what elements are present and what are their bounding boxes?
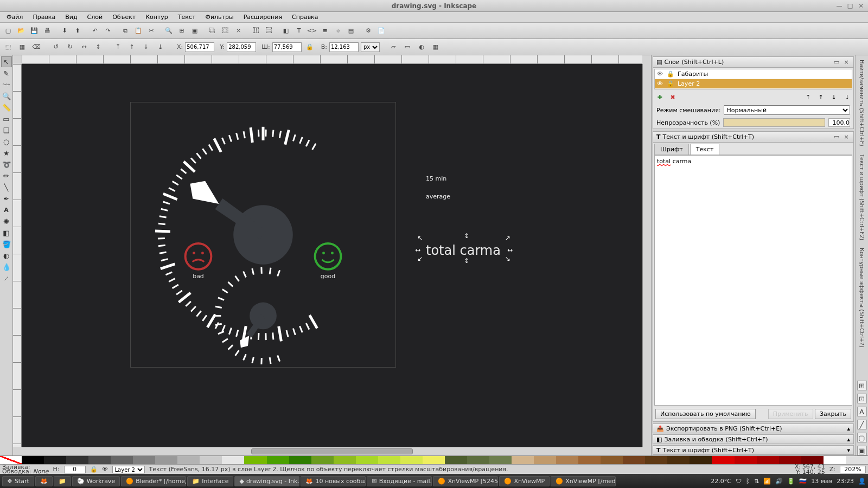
apply-button[interactable]: Применить	[768, 409, 813, 419]
open-icon[interactable]: 📂	[15, 25, 27, 37]
canvas-viewport[interactable]: bad good 15 minaverage	[22, 64, 642, 447]
taskbar-workrave[interactable]: 🐑 Workrave	[72, 476, 120, 486]
layer-row[interactable]: 👁 🔒 Layer 2	[655, 79, 852, 89]
snap-page-icon[interactable]: ▣	[857, 446, 867, 455]
color-swatch[interactable]	[489, 456, 512, 464]
fill-tool-icon[interactable]: 🪣	[1, 239, 12, 249]
affect-gradient-icon[interactable]: ◐	[416, 41, 427, 53]
tray-date[interactable]: 13 мая	[811, 478, 832, 485]
window-close-button[interactable]: ×	[857, 2, 865, 10]
collapsed-text-panel[interactable]: T Текст и шрифт (Shift+Ctrl+T)▾	[653, 445, 854, 455]
panel-min-icon[interactable]: ▭	[833, 133, 840, 141]
zoom-tool-icon[interactable]: 🔍	[1, 91, 12, 101]
snap-text-icon[interactable]: A	[857, 407, 867, 416]
color-swatch[interactable]	[311, 456, 334, 464]
select-all-layers-icon[interactable]: ▦	[16, 41, 28, 53]
gradient-tool-icon[interactable]: ◐	[1, 250, 12, 261]
taskbar-item[interactable]: 🟠 XnViewMP	[499, 476, 550, 486]
copy-icon[interactable]: ⧉	[119, 25, 131, 37]
eye-icon[interactable]: 👁	[656, 80, 663, 87]
cut-icon[interactable]: ✂	[145, 25, 157, 37]
menu-layer[interactable]: Слой	[83, 12, 107, 22]
color-swatch[interactable]	[267, 456, 289, 464]
tray-battery-icon[interactable]: 🔋	[787, 478, 795, 485]
color-swatch[interactable]	[712, 456, 734, 464]
layer-down-icon[interactable]: ↓	[829, 93, 838, 101]
ellipse-tool-icon[interactable]: ○	[1, 136, 12, 147]
fill-dialog-icon[interactable]: ◧	[280, 25, 292, 37]
n-input[interactable]	[64, 466, 86, 473]
raise-icon[interactable]: ↑	[126, 41, 138, 53]
taskbar-firefox[interactable]: 🦊	[35, 476, 53, 486]
zoom-input[interactable]	[840, 466, 866, 473]
zoom-sel-icon[interactable]: 🔍	[163, 25, 175, 37]
snap-bbox-icon[interactable]: ▢	[857, 433, 867, 442]
lower-icon[interactable]: ↓	[140, 41, 152, 53]
add-layer-icon[interactable]: ✚	[655, 93, 664, 101]
tray-flag-icon[interactable]: 🇷🇺	[799, 478, 807, 485]
taskbar-item[interactable]: 🟠 XnViewMP [52453...	[433, 476, 498, 486]
tray-bt-icon[interactable]: ᛒ	[746, 478, 750, 485]
tray-shield-icon[interactable]: 🛡	[736, 478, 742, 485]
text-edit-area[interactable]: total carma	[654, 155, 852, 406]
layer-bottom-icon[interactable]: ⤓	[843, 93, 851, 101]
menu-view[interactable]: Вид	[61, 12, 81, 22]
opacity-input[interactable]	[828, 118, 850, 127]
panel-close-icon[interactable]: ×	[843, 133, 850, 141]
tweak-tool-icon[interactable]: 〰	[1, 79, 12, 90]
align-dialog-icon[interactable]: ≡	[319, 25, 331, 37]
color-swatch[interactable]	[111, 456, 133, 464]
color-swatch[interactable]	[88, 456, 111, 464]
color-swatch[interactable]	[578, 456, 601, 464]
no-color-swatch[interactable]	[0, 456, 22, 464]
duplicate-icon[interactable]: ⿻	[206, 25, 218, 37]
color-swatch[interactable]	[757, 456, 779, 464]
color-swatch[interactable]	[66, 456, 88, 464]
taskbar-files[interactable]: 📁	[54, 476, 71, 486]
tray-time[interactable]: 23:23	[837, 478, 854, 485]
menu-path[interactable]: Контур	[141, 12, 173, 22]
menu-file[interactable]: Файл	[2, 12, 27, 22]
rotate-cw-icon[interactable]: ↻	[64, 41, 76, 53]
redo-icon[interactable]: ↷	[102, 25, 114, 37]
color-swatch[interactable]	[423, 456, 445, 464]
window-minimize-button[interactable]: —	[835, 2, 843, 10]
color-swatch[interactable]	[601, 456, 623, 464]
color-swatch[interactable]	[467, 456, 489, 464]
export-icon[interactable]: ⬆	[72, 25, 84, 37]
group-icon[interactable]: ⿲	[250, 25, 261, 37]
color-swatch[interactable]	[667, 456, 690, 464]
color-swatch[interactable]	[556, 456, 578, 464]
color-swatch[interactable]	[334, 456, 356, 464]
color-swatch[interactable]	[824, 456, 846, 464]
rect-tool-icon[interactable]: ▭	[1, 113, 12, 124]
color-palette[interactable]	[0, 455, 868, 464]
text-dialog-icon[interactable]: T	[293, 25, 305, 37]
selector-tool-icon[interactable]: ↖	[1, 56, 12, 67]
color-swatch[interactable]	[289, 456, 311, 464]
menu-edit[interactable]: Правка	[28, 12, 60, 22]
taskbar-item[interactable]: ✉ Входящие - mail...	[367, 476, 432, 486]
new-doc-icon[interactable]: ▢	[2, 25, 14, 37]
collapsed-fill-panel[interactable]: ◧ Заливка и обводка (Shift+Ctrl+F)▴	[653, 434, 854, 444]
menu-object[interactable]: Объект	[108, 12, 140, 22]
text-tool-icon[interactable]: A	[1, 204, 12, 215]
scrollbar-horizontal[interactable]	[22, 447, 642, 455]
color-swatch[interactable]	[177, 456, 200, 464]
flip-h-icon[interactable]: ↔	[78, 41, 90, 53]
calligraphy-tool-icon[interactable]: ✒	[1, 193, 12, 204]
color-swatch[interactable]	[400, 456, 423, 464]
color-swatch[interactable]	[735, 456, 757, 464]
taskbar-item[interactable]: ◆ drawing.svg - Ink...	[234, 476, 299, 486]
color-swatch[interactable]	[846, 456, 868, 464]
color-swatch[interactable]	[155, 456, 177, 464]
affect-pattern-icon[interactable]: ▦	[430, 41, 442, 53]
rotate-ccw-icon[interactable]: ↺	[50, 41, 62, 53]
xml-dialog-icon[interactable]: <>	[306, 25, 318, 37]
eye-icon[interactable]: 👁	[656, 70, 663, 78]
color-swatch[interactable]	[623, 456, 645, 464]
affect-stroke-icon[interactable]: ▱	[387, 41, 399, 53]
star-tool-icon[interactable]: ★	[1, 147, 12, 158]
taskbar-item[interactable]: 📁 Interface	[187, 476, 233, 486]
node-tool-icon[interactable]: ✎	[1, 68, 12, 79]
